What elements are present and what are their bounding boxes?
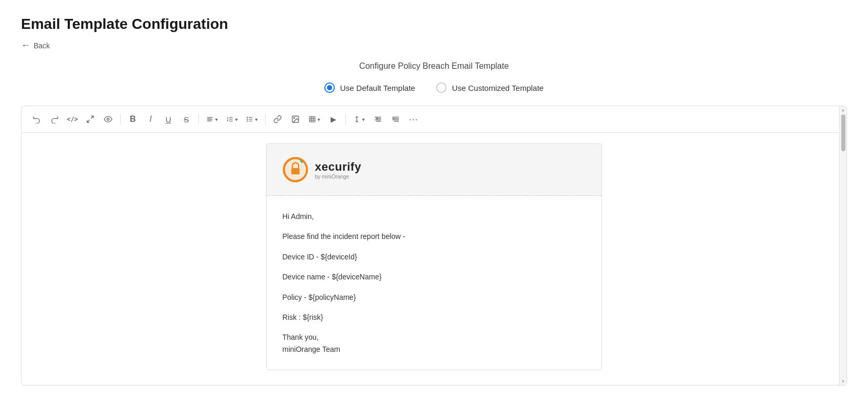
align-button[interactable]: ▾ (203, 111, 221, 127)
default-template-option[interactable]: Use Default Template (324, 82, 415, 93)
customized-radio[interactable] (436, 82, 447, 93)
table-button[interactable]: ▾ (305, 111, 323, 127)
default-template-label: Use Default Template (340, 84, 415, 92)
link-button[interactable] (270, 111, 285, 127)
svg-rect-18 (310, 117, 315, 122)
customized-template-label: Use Customized Template (452, 84, 544, 92)
separator-2 (198, 113, 199, 125)
preview-button[interactable] (100, 111, 116, 127)
toolbar: </> B I U S ▾ ▾ ▾ (22, 106, 846, 133)
separator-3 (265, 113, 266, 125)
back-label: Back (34, 41, 50, 50)
email-team: miniOrange Team (282, 345, 340, 353)
unordered-list-button[interactable]: ▾ (243, 111, 261, 127)
default-radio[interactable] (324, 82, 335, 93)
scroll-down-arrow[interactable]: ▼ (840, 378, 847, 385)
email-policy: Policy - ${policyName} (282, 291, 586, 303)
email-preview: xecurify by miniOrange Hi Admin, Please … (266, 143, 602, 370)
separator-1 (120, 113, 121, 125)
email-intro: Please find the incident report below - (282, 231, 586, 242)
editor-container: </> B I U S ▾ ▾ ▾ (21, 106, 847, 385)
svg-point-13 (247, 117, 248, 118)
ordered-list-button[interactable]: ▾ (223, 111, 241, 127)
bold-button[interactable]: B (125, 111, 141, 127)
svg-line-1 (87, 120, 90, 122)
scrollbar-thumb[interactable] (841, 114, 845, 151)
section-title: Configure Policy Breach Email Template (21, 61, 847, 71)
italic-button[interactable]: I (143, 111, 158, 127)
editor-body[interactable]: xecurify by miniOrange Hi Admin, Please … (22, 133, 846, 385)
underline-button[interactable]: U (161, 111, 176, 127)
template-options: Use Default Template Use Customized Temp… (21, 82, 847, 93)
email-device-name: Device name - ${deviceName} (282, 271, 586, 283)
email-closing-text: Thank you, (282, 333, 319, 341)
back-link[interactable]: ← Back (21, 40, 847, 51)
page-container: Email Template Configuration ← Back Conf… (0, 0, 868, 417)
indent-button[interactable] (388, 111, 404, 127)
image-button[interactable] (288, 111, 303, 127)
scroll-up-arrow[interactable]: ▲ (840, 106, 847, 113)
line-height-button[interactable]: ▾ (350, 111, 368, 127)
svg-point-17 (294, 118, 295, 119)
more-button[interactable]: ··· (406, 111, 421, 127)
redo-button[interactable] (47, 111, 62, 127)
separator-4 (345, 113, 346, 125)
email-risk: Risk : ${risk} (282, 311, 586, 323)
outdent-button[interactable] (370, 111, 386, 127)
email-device-id: Device ID - ${deviceId} (282, 251, 586, 263)
email-closing: Thank you, miniOrange Team (282, 331, 586, 355)
svg-point-2 (107, 118, 109, 120)
logo-tagline: by miniOrange (315, 174, 361, 180)
page-title: Email Template Configuration (21, 16, 847, 33)
customized-template-option[interactable]: Use Customized Template (436, 82, 544, 93)
logo-text-block: xecurify by miniOrange (315, 160, 361, 180)
media-button[interactable]: ▶ (325, 111, 341, 127)
svg-point-15 (247, 121, 248, 121)
xecurify-logo-icon (282, 157, 309, 183)
back-arrow-icon: ← (21, 40, 30, 51)
svg-point-14 (247, 119, 248, 119)
scrollbar[interactable]: ▲ ▼ (839, 106, 846, 385)
logo-name: xecurify (315, 160, 361, 174)
email-greeting: Hi Admin, (282, 211, 586, 222)
code-button[interactable]: </> (65, 111, 80, 127)
fullscreen-button[interactable] (82, 111, 98, 127)
svg-rect-35 (291, 168, 300, 174)
strikethrough-button[interactable]: S (178, 111, 194, 127)
email-header: xecurify by miniOrange (267, 144, 601, 196)
email-body-content: Hi Admin, Please find the incident repor… (267, 196, 601, 370)
undo-button[interactable] (29, 111, 45, 127)
svg-line-0 (91, 116, 93, 119)
